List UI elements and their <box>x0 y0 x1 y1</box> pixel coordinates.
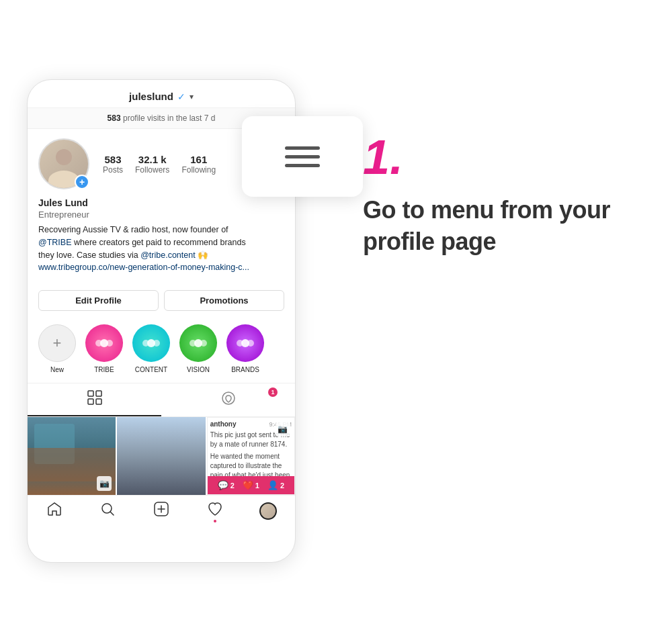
hamburger-line-3 <box>285 164 320 167</box>
nav-heart-dot <box>214 520 216 522</box>
following-label: Following <box>181 165 216 175</box>
story-label-tribe: TRIBE <box>94 366 114 373</box>
people-count: 2 <box>280 481 284 490</box>
profile-name: Jules Lund <box>38 197 284 208</box>
promotions-button[interactable]: Promotions <box>164 290 284 311</box>
bio-line3: they love. Case studies via <box>38 250 140 260</box>
bio-emoji: 🙌 <box>198 250 208 260</box>
tab-row: 1 <box>28 383 295 417</box>
main-container: juleslund ✓ ▾ 583 profile visits in the … <box>27 79 645 563</box>
people-icon: 👤 <box>267 480 278 490</box>
heart-nav-icon <box>207 501 223 521</box>
bio-line1: Recovering Aussie TV & radio host, now f… <box>38 225 228 234</box>
followers-count: 32.1 k <box>138 154 167 165</box>
comment-notif: 💬 2 <box>218 480 235 490</box>
action-buttons: Edit Profile Promotions <box>38 290 284 311</box>
tab-badge: 1 <box>268 387 278 397</box>
story-circle-content <box>132 324 170 362</box>
story-circle-brands <box>226 324 264 362</box>
story-circle-vision <box>179 324 217 362</box>
svg-point-1 <box>95 340 102 347</box>
menu-card[interactable] <box>242 116 363 197</box>
bio-mention1[interactable]: @TRIBE <box>38 238 72 247</box>
comment-count: 2 <box>230 481 235 490</box>
photo-grid: 📷 anthony 9:45 PM This pic just got sent… <box>28 417 295 495</box>
photo-cell-2[interactable] <box>117 417 205 495</box>
svg-rect-12 <box>88 391 93 396</box>
story-item-vision[interactable]: VISION <box>179 324 217 373</box>
profile-visits-count: 583 <box>108 113 121 123</box>
photo-cell-1[interactable]: 📷 <box>28 417 116 495</box>
username: juleslund <box>129 91 173 102</box>
tab-grid[interactable] <box>28 383 161 416</box>
story-item-brands[interactable]: BRANDS <box>226 324 264 373</box>
followers-label: Followers <box>135 165 169 175</box>
story-item-tribe[interactable]: TRIBE <box>85 324 123 373</box>
profile-stats: 583 Posts 32.1 k Followers 161 Following <box>103 154 216 175</box>
notification-bar: 💬 2 ❤️ 1 👤 2 <box>208 476 294 494</box>
camera-icon-overlay-1: 📷 <box>97 476 112 491</box>
stat-posts: 583 Posts <box>103 154 123 175</box>
profile-visits-label: profile visits in the last 7 d <box>123 113 215 123</box>
svg-rect-15 <box>96 399 101 404</box>
photo-cell-3[interactable]: anthony 9:45 PM This pic just got sent t… <box>207 417 295 495</box>
svg-rect-13 <box>96 391 101 396</box>
step-number: 1. <box>363 133 645 181</box>
phone-wrapper: juleslund ✓ ▾ 583 profile visits in the … <box>27 79 309 563</box>
phone-header: juleslund ✓ ▾ <box>28 80 295 108</box>
verified-badge: ✓ <box>177 91 185 102</box>
stat-followers: 32.1 k Followers <box>135 154 169 175</box>
svg-point-8 <box>200 340 207 347</box>
svg-rect-14 <box>88 399 93 404</box>
nav-home[interactable] <box>28 501 81 521</box>
svg-point-10 <box>237 340 243 347</box>
story-highlights-row: + New TRIBE <box>28 318 295 383</box>
bottom-nav <box>28 495 295 524</box>
story-label-content: CONTENT <box>135 366 167 373</box>
avatar-wrapper: + <box>38 138 89 189</box>
nav-profile[interactable] <box>241 501 295 521</box>
svg-point-2 <box>106 340 113 347</box>
hamburger-line-1 <box>285 146 320 150</box>
dropdown-arrow-icon[interactable]: ▾ <box>190 92 194 101</box>
svg-point-11 <box>247 340 254 347</box>
story-circle-tribe <box>85 324 123 362</box>
profile-bio: Recovering Aussie TV & radio host, now f… <box>38 224 284 274</box>
profile-title: Entrepreneur <box>38 210 284 220</box>
instruction-text: Go to menu from your profile page <box>363 195 645 258</box>
posts-count: 583 <box>104 154 121 165</box>
story-item-content[interactable]: CONTENT <box>132 324 170 373</box>
nav-search[interactable] <box>81 501 135 521</box>
svg-point-5 <box>153 340 160 347</box>
following-count: 161 <box>190 154 207 165</box>
story-item-new[interactable]: + New <box>38 324 76 373</box>
bio-mention2[interactable]: @tribe.content <box>140 250 195 260</box>
story-circle-new: + <box>38 324 76 362</box>
add-photo-button[interactable]: + <box>75 175 89 189</box>
stat-following: 161 Following <box>181 154 216 175</box>
svg-point-7 <box>190 340 196 347</box>
story-label-vision: VISION <box>187 366 210 373</box>
add-icon <box>153 501 169 521</box>
like-count: 1 <box>255 481 259 490</box>
story-label-new: New <box>50 366 64 373</box>
tagged-icon <box>221 391 236 409</box>
notif-username: anthony <box>210 420 237 428</box>
instruction-panel: 1. Go to menu from your profile page <box>349 79 645 258</box>
grid-icon <box>87 390 102 408</box>
heart-icon: ❤️ <box>243 480 253 490</box>
bio-link[interactable]: www.tribegroup.co/new-generation-of-mone… <box>38 263 249 272</box>
search-icon <box>99 501 116 521</box>
home-icon <box>46 501 62 521</box>
camera-icon-overlay-3: 📷 <box>276 422 290 437</box>
like-notif: ❤️ 1 <box>243 480 259 490</box>
people-notif: 👤 2 <box>267 480 284 490</box>
tab-tagged[interactable]: 1 <box>161 383 295 416</box>
story-label-brands: BRANDS <box>231 366 259 373</box>
nav-avatar <box>259 502 277 520</box>
nav-heart[interactable] <box>188 501 242 521</box>
posts-label: Posts <box>103 165 123 175</box>
hamburger-line-2 <box>285 155 320 158</box>
edit-profile-button[interactable]: Edit Profile <box>38 290 159 311</box>
nav-add[interactable] <box>134 501 188 521</box>
